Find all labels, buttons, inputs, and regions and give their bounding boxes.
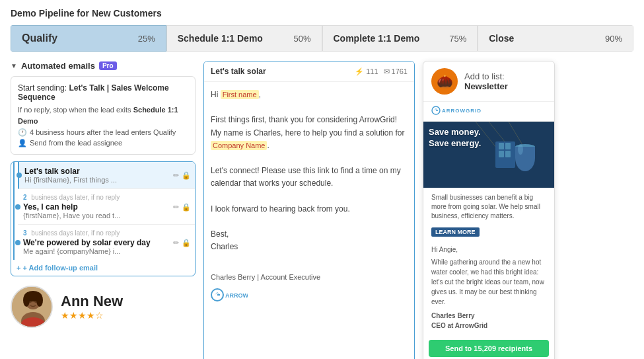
step-1-title: Let's talk solar — [24, 167, 190, 176]
svg-text:ARROWGRID: ARROWGRID — [442, 108, 482, 114]
email-steps-list: Let's talk solar Hi {firstName}, First t… — [11, 161, 196, 276]
email-step-2[interactable]: 2 business days later, if no reply Yes, … — [18, 189, 195, 225]
stat-open-value: 1761 — [392, 67, 408, 75]
stage-close[interactable]: Close 90% — [478, 25, 633, 52]
add-followup-button[interactable]: + + Add follow-up email — [11, 260, 195, 276]
svg-rect-20 — [499, 151, 504, 157]
svg-rect-19 — [505, 143, 511, 149]
add-to-list-text: Add to list: Newsletter — [464, 71, 546, 91]
timeline-dot-3 — [15, 240, 20, 245]
step-2-preview: {firstName}, Have you read t... — [23, 212, 142, 219]
list-name: Newsletter — [464, 81, 508, 91]
email-body: Hi First name, First things first, thank… — [204, 82, 414, 308]
pipeline-stages: Qualify 25% Schedule 1:1 Demo 50% Comple… — [11, 25, 633, 52]
email-preview-panel: Let's talk solar ⚡ 111 ✉ 1761 Hi First n… — [203, 61, 415, 359]
newsletter-more-text: Hi Angie, While gathering around the a n… — [423, 241, 554, 335]
step-2-meta: 2 business days later, if no reply — [23, 194, 190, 201]
stage-qualify-name: Qualify — [22, 32, 57, 44]
firstname-tag: First name — [221, 90, 259, 99]
step-1-preview: Hi {firstName}, First things ... — [24, 176, 143, 184]
chevron-down-icon[interactable]: ▼ — [11, 62, 17, 69]
newsletter-body: Small businesses can benefit a big more … — [423, 188, 554, 226]
step-3-meta: 3 business days later, if no reply — [23, 229, 190, 237]
svg-point-4 — [36, 294, 43, 307]
step-1-icons: ✏ 🔒 — [173, 171, 191, 180]
mail-icon: ✉ — [384, 67, 390, 76]
lock-icon[interactable]: 🔒 — [182, 171, 191, 180]
step-3-title: We're powered by solar every day — [23, 238, 190, 247]
stage-schedule-name: Schedule 1:1 Demo — [178, 33, 263, 44]
plus-icon: + — [17, 264, 20, 272]
automated-emails-label: Automated emails — [21, 61, 95, 71]
svg-rect-18 — [499, 143, 504, 149]
automated-emails-header: ▼ Automated emails Pro — [11, 61, 196, 71]
lead-stars: ★★★★☆ — [61, 310, 123, 321]
avatar-image — [12, 287, 53, 328]
edit-icon-3[interactable]: ✏ — [173, 238, 179, 247]
lead-name: Ann New — [61, 293, 123, 310]
stat-click: ⚡ 111 — [355, 67, 378, 76]
left-panel: ▼ Automated emails Pro Start sending: Le… — [11, 61, 196, 359]
stage-qualify-pct: 25% — [138, 34, 155, 44]
svg-point-25 — [518, 144, 523, 155]
main-content: ▼ Automated emails Pro Start sending: Le… — [11, 61, 633, 359]
sequence-sender: 👤 Send from the lead assignee — [18, 139, 188, 147]
page-title: Demo Pipeline for New Customers — [11, 8, 633, 19]
stat-open: ✉ 1761 — [384, 67, 408, 76]
sequence-box: Start sending: Let's Talk | Sales Welcom… — [11, 76, 196, 155]
send-button[interactable]: Send to 15,209 recipients — [429, 340, 549, 357]
stage-complete-name: Complete 1:1 Demo — [334, 33, 420, 44]
svg-point-7 — [34, 300, 37, 303]
lightning-icon: ⚡ — [355, 67, 364, 76]
stage-close-name: Close — [489, 33, 514, 44]
company-tag: Company Name — [211, 141, 267, 150]
stat-click-value: 111 — [366, 67, 378, 75]
stage-qualify[interactable]: Qualify 25% — [11, 25, 166, 52]
arrowgrid-brand-row: ARROWGRID — [423, 102, 554, 122]
newsletter-sender: Charles Berry CEO at ArrowGrid — [431, 311, 546, 331]
sequence-timing: 🕐 4 business hours after the lead enters… — [18, 128, 188, 137]
acorn-icon: 🌰 — [431, 68, 458, 95]
newsletter-bg: Save money. Save energy. — [423, 122, 554, 188]
svg-text:ARROWGRID: ARROWGRID — [225, 292, 248, 299]
pro-badge: Pro — [99, 61, 117, 70]
step-2-icons: ✏ 🔒 — [173, 202, 191, 211]
email-step-1[interactable]: Let's talk solar Hi {firstName}, First t… — [18, 162, 195, 189]
email-step-3[interactable]: 3 business days later, if no reply We're… — [18, 225, 195, 260]
stage-complete[interactable]: Complete 1:1 Demo 75% — [322, 25, 478, 52]
email-signature: Charles Berry | Account Executive — [211, 272, 408, 284]
person-icon: 👤 — [18, 139, 27, 147]
step-3-preview: Me again! {companyName} i... — [23, 247, 142, 255]
clock-icon: 🕐 — [18, 128, 27, 137]
stage-close-pct: 90% — [605, 34, 622, 44]
edit-icon-2[interactable]: ✏ — [173, 202, 179, 211]
step-2-title: Yes, I can help — [23, 202, 190, 212]
svg-point-3 — [23, 294, 30, 307]
sequence-stop-detail: If no reply, stop when the lead exits Sc… — [18, 104, 188, 126]
lead-info: Ann New ★★★★☆ — [61, 293, 123, 321]
newsletter-card: 🌰 Add to list: Newsletter ARROWGR — [423, 61, 555, 359]
email-stats: ⚡ 111 ✉ 1761 — [355, 67, 408, 76]
email-subject: Let's talk solar — [211, 67, 351, 76]
newsletter-image: Save money. Save energy. — [423, 122, 554, 188]
timeline-dot-2 — [15, 204, 20, 210]
stage-schedule-pct: 50% — [293, 34, 310, 44]
learn-more-button[interactable]: LEARN MORE — [423, 226, 554, 241]
arrowgrid-logo: ARROWGRID — [211, 288, 408, 301]
edit-icon[interactable]: ✏ — [173, 171, 179, 180]
lead-avatar — [11, 286, 53, 328]
stage-complete-pct: 75% — [449, 34, 466, 44]
lock-icon-2[interactable]: 🔒 — [182, 202, 191, 211]
step-3-icons: ✏ 🔒 — [173, 238, 191, 247]
newsletter-header: 🌰 Add to list: Newsletter — [423, 61, 554, 102]
steps-container: Let's talk solar Hi {firstName}, First t… — [11, 162, 195, 260]
newsletter-panel: 🌰 Add to list: Newsletter ARROWGR — [423, 61, 555, 359]
timeline-dot-1 — [17, 173, 22, 178]
email-preview-header: Let's talk solar ⚡ 111 ✉ 1761 — [204, 61, 414, 82]
lock-icon-3[interactable]: 🔒 — [182, 238, 191, 247]
svg-point-6 — [29, 300, 32, 303]
sequence-title: Start sending: Let's Talk | Sales Welcom… — [18, 83, 188, 102]
svg-rect-21 — [505, 151, 511, 157]
stage-schedule[interactable]: Schedule 1:1 Demo 50% — [166, 25, 322, 52]
newsletter-headline: Save money. Save energy. — [429, 127, 481, 149]
